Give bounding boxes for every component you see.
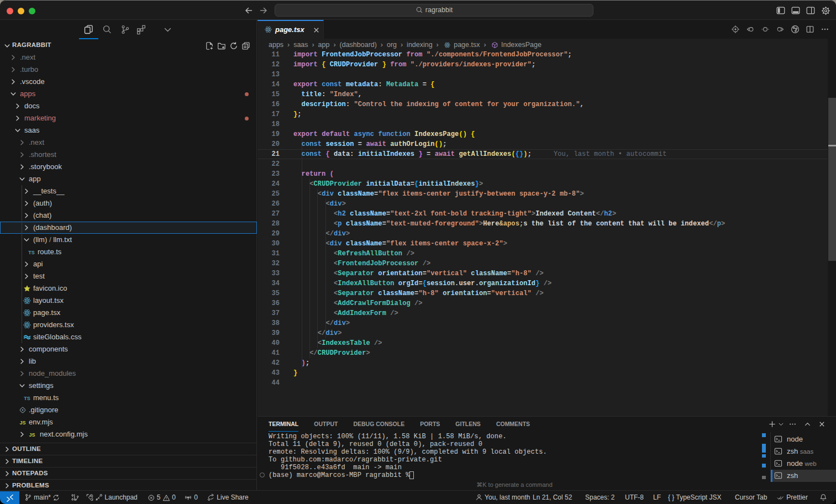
svg-text:JS: JS [29,432,35,438]
svg-text:JS: JS [19,420,25,426]
svg-text:TS: TS [28,250,35,255]
svg-text:TS: TS [24,396,30,401]
